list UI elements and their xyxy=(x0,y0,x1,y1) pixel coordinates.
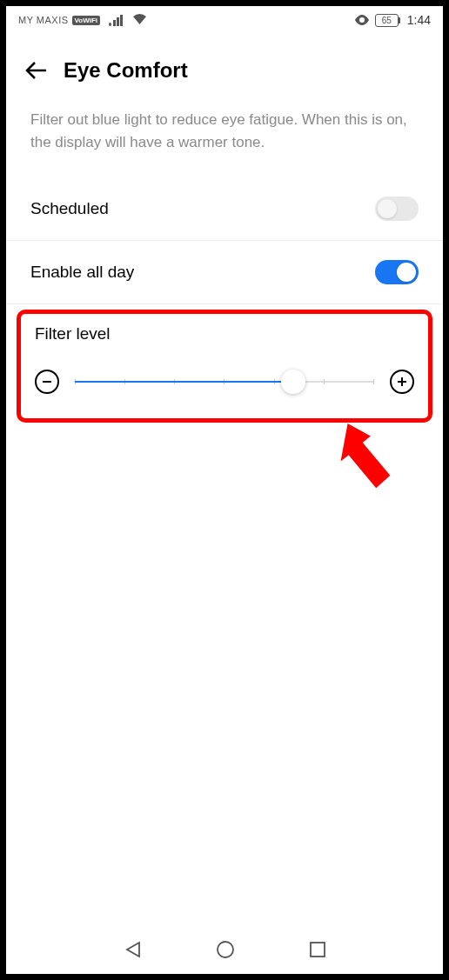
filter-level-slider[interactable] xyxy=(75,373,374,390)
eye-status-icon xyxy=(354,15,370,25)
scheduled-label: Scheduled xyxy=(30,199,109,218)
nav-recent-button[interactable] xyxy=(309,941,326,958)
slider-thumb[interactable] xyxy=(281,370,305,394)
page-title: Eye Comfort xyxy=(64,58,188,83)
enable-all-day-label: Enable all day xyxy=(30,263,134,282)
page-description: Filter out blue light to reduce eye fati… xyxy=(6,100,443,177)
status-bar: MY MAXIS VoWiFi 65 1:44 xyxy=(6,6,443,34)
scheduled-toggle[interactable] xyxy=(375,197,419,221)
svg-marker-5 xyxy=(337,422,392,492)
clock: 1:44 xyxy=(407,13,431,27)
nav-back-button[interactable] xyxy=(124,940,143,959)
navigation-bar xyxy=(6,925,443,974)
battery-icon: 65 xyxy=(375,14,400,27)
filter-level-section: Filter level xyxy=(17,310,432,423)
signal-icon xyxy=(109,15,126,26)
setting-enable-all-day[interactable]: Enable all day xyxy=(6,241,443,304)
svg-rect-8 xyxy=(311,943,325,957)
setting-scheduled[interactable]: Scheduled xyxy=(6,177,443,241)
increase-button[interactable] xyxy=(390,370,414,394)
nav-home-button[interactable] xyxy=(216,940,235,959)
decrease-button[interactable] xyxy=(35,370,59,394)
svg-point-7 xyxy=(218,942,233,957)
annotation-arrow-icon xyxy=(337,422,398,512)
enable-all-day-toggle[interactable] xyxy=(375,260,419,284)
filter-level-label: Filter level xyxy=(35,324,414,343)
back-arrow-icon[interactable] xyxy=(23,60,48,81)
wifi-icon xyxy=(130,13,147,27)
page-header: Eye Comfort xyxy=(6,34,443,100)
vowifi-badge: VoWiFi xyxy=(72,16,100,25)
carrier-name: MY MAXIS xyxy=(18,15,69,25)
svg-marker-6 xyxy=(127,943,139,957)
